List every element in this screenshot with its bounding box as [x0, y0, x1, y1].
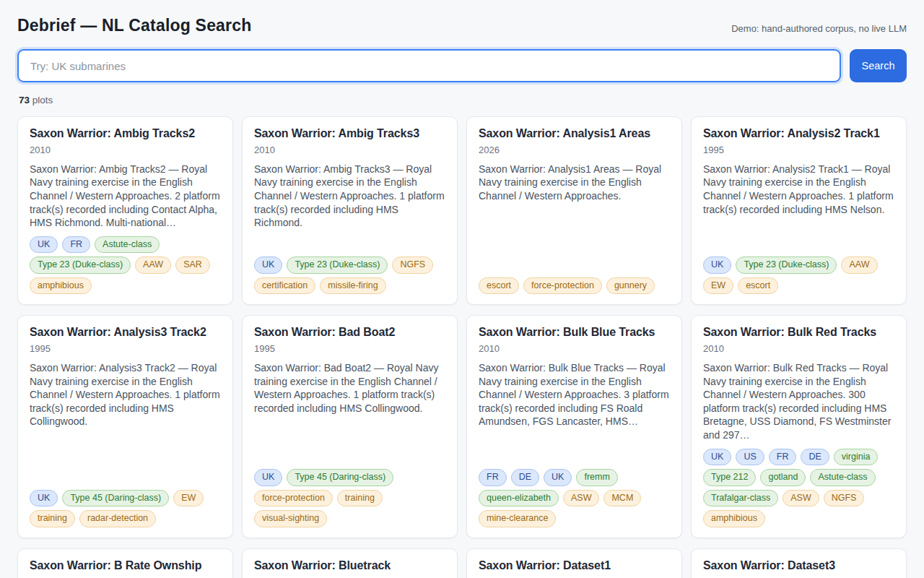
plot-card-title: Saxon Warrior: Bluetrack	[254, 558, 445, 574]
results-count: 73 plots	[19, 95, 907, 105]
tag-pill: visual-sighting	[254, 510, 327, 527]
tag-pill: Type 45 (Daring-class)	[62, 490, 169, 507]
plot-card-title: Saxon Warrior: Analysis2 Track1	[703, 126, 894, 142]
plot-card-title: Saxon Warrior: Ambig Tracks2	[30, 126, 221, 142]
tag-pill: UK	[544, 469, 572, 486]
tag-pill: amphibious	[703, 510, 765, 527]
plot-card[interactable]: Saxon Warrior: Analysis1 Areas 2026 Saxo…	[466, 116, 682, 305]
tag-pill: training	[337, 490, 383, 507]
search-row: Search	[17, 49, 907, 82]
plot-card[interactable]: Saxon Warrior: Analysis2 Track1 1995 Sax…	[691, 116, 907, 305]
tag-pill: virginia	[834, 449, 879, 466]
tag-pill: FR	[769, 449, 797, 466]
tag-pill: ASW	[783, 490, 819, 507]
tag-pill: NGFS	[824, 490, 865, 507]
plot-card-title: Saxon Warrior: Dataset3	[703, 558, 894, 574]
plot-card-title: Saxon Warrior: Bad Boat2	[254, 325, 445, 340]
plot-card[interactable]: Saxon Warrior: Ambig Tracks3 2010 Saxon …	[242, 116, 458, 305]
page-title: Debrief — NL Catalog Search	[17, 16, 252, 35]
plot-card-title: Saxon Warrior: Bulk Red Tracks	[703, 325, 894, 340]
tag-pill: EW	[703, 277, 733, 295]
tag-pill: queen-elizabeth	[479, 490, 559, 507]
plot-card-tags: UKUSFRDEvirginiaType 212gotlandAstute-cl…	[703, 442, 894, 527]
plot-card-description: Saxon Warrior: Ambig Tracks2 — Royal Nav…	[30, 163, 221, 230]
tag-pill: Type 212	[703, 469, 756, 486]
plot-card-title: Saxon Warrior: Analysis1 Areas	[479, 126, 670, 142]
plot-card-description: Saxon Warrior: Analysis2 Track1 — Royal …	[703, 163, 894, 216]
plot-card[interactable]: Saxon Warrior: Bulk Blue Tracks 2010 Sax…	[466, 315, 682, 538]
plot-card-title: Saxon Warrior: Ambig Tracks3	[254, 126, 445, 142]
topbar: Debrief — NL Catalog Search Demo: hand-a…	[17, 16, 907, 35]
plot-card-year: 1995	[30, 343, 221, 354]
tag-pill: radar-detection	[79, 510, 156, 527]
plot-card-title: Saxon Warrior: B Rate Ownship	[30, 558, 221, 574]
tag-pill: MCM	[603, 490, 641, 507]
plot-card[interactable]: Saxon Warrior: Ambig Tracks2 2010 Saxon …	[17, 116, 233, 305]
plot-card-tags: UKType 45 (Daring-class)force-protection…	[254, 462, 445, 527]
tag-pill: certification	[254, 277, 315, 295]
tag-pill: UK	[254, 256, 282, 274]
results-count-unit: plots	[32, 95, 53, 105]
tag-pill: escort	[479, 277, 519, 295]
plot-card-year: 2010	[254, 144, 445, 155]
plot-card[interactable]: Saxon Warrior: Dataset1	[466, 548, 682, 578]
demo-note: Demo: hand-authored corpus, no live LLM	[731, 23, 907, 35]
tag-pill: NGFS	[392, 256, 433, 274]
plot-card-description: Saxon Warrior: Bulk Red Tracks — Royal N…	[703, 361, 894, 442]
plot-card-year: 2010	[479, 343, 670, 354]
tag-pill: mine-clearance	[479, 510, 556, 527]
tag-pill: missile-firing	[320, 277, 385, 295]
plot-card-tags: UKType 23 (Duke-class)NGFScertificationm…	[254, 250, 445, 294]
tag-pill: UK	[30, 490, 58, 507]
tag-pill: force-protection	[523, 277, 602, 295]
tag-pill: Type 23 (Duke-class)	[287, 256, 388, 274]
plot-card[interactable]: Saxon Warrior: Analysis3 Track2 1995 Sax…	[17, 315, 233, 538]
tag-pill: US	[736, 449, 764, 466]
plot-card-description: Saxon Warrior: Analysis1 Areas — Royal N…	[479, 163, 670, 203]
plot-card[interactable]: Saxon Warrior: Bad Boat2 1995 Saxon Warr…	[242, 315, 458, 538]
search-input[interactable]	[17, 49, 841, 82]
tag-pill: amphibious	[30, 277, 92, 295]
plot-card-description: Saxon Warrior: Bad Boat2 — Royal Navy tr…	[254, 361, 445, 415]
tag-pill: UK	[30, 236, 58, 254]
tag-pill: FR	[62, 236, 90, 254]
plot-card[interactable]: Saxon Warrior: Dataset3	[691, 548, 907, 578]
tag-pill: FR	[479, 469, 507, 486]
tag-pill: escort	[738, 277, 778, 295]
plot-card-title: Saxon Warrior: Dataset1	[479, 558, 670, 574]
plot-card[interactable]: Saxon Warrior: Bluetrack	[242, 548, 458, 578]
tag-pill: EW	[173, 490, 204, 507]
tag-pill: DE	[511, 469, 539, 486]
tag-pill: AAW	[841, 256, 877, 274]
plot-card-year: 1995	[254, 343, 445, 354]
plot-card-tags: escortforce-protectiongunnery	[479, 271, 670, 295]
plot-card[interactable]: Saxon Warrior: Bulk Red Tracks 2010 Saxo…	[691, 315, 907, 538]
tag-pill: training	[30, 510, 75, 527]
tag-pill: SAR	[175, 256, 210, 274]
plot-card-title: Saxon Warrior: Bulk Blue Tracks	[479, 325, 670, 340]
tag-pill: UK	[703, 256, 731, 274]
tag-pill: Astute-class	[810, 469, 875, 486]
plot-card[interactable]: Saxon Warrior: B Rate Ownship	[17, 548, 233, 578]
tag-pill: Astute-class	[95, 236, 160, 254]
tag-pill: gotland	[760, 469, 806, 486]
tag-pill: Type 45 (Daring-class)	[287, 469, 393, 486]
tag-pill: UK	[254, 469, 282, 486]
plot-card-year: 2010	[703, 343, 894, 354]
plot-card-year: 1995	[703, 144, 894, 155]
plot-card-year: 2010	[30, 144, 221, 155]
tag-pill: UK	[703, 449, 731, 466]
plot-card-description: Saxon Warrior: Analysis3 Track2 — Royal …	[30, 361, 221, 428]
tag-pill: Type 23 (Duke-class)	[30, 256, 131, 274]
plot-card-tags: FRDEUKfremmqueen-elizabethASWMCMmine-cle…	[479, 462, 670, 527]
plot-card-tags: UKType 23 (Duke-class)AAWEWescort	[703, 250, 894, 294]
tag-pill: AAW	[135, 256, 171, 274]
tag-pill: force-protection	[254, 490, 333, 507]
results-grid: Saxon Warrior: Ambig Tracks2 2010 Saxon …	[17, 116, 907, 578]
search-button[interactable]: Search	[850, 49, 907, 82]
tag-pill: DE	[801, 449, 829, 466]
tag-pill: Trafalgar-class	[703, 490, 778, 507]
catalog-search-page: Debrief — NL Catalog Search Demo: hand-a…	[0, 0, 924, 578]
plot-card-tags: UKType 45 (Daring-class)EWtrainingradar-…	[30, 483, 221, 527]
plot-card-tags: UKFRAstute-classType 23 (Duke-class)AAWS…	[30, 230, 221, 295]
